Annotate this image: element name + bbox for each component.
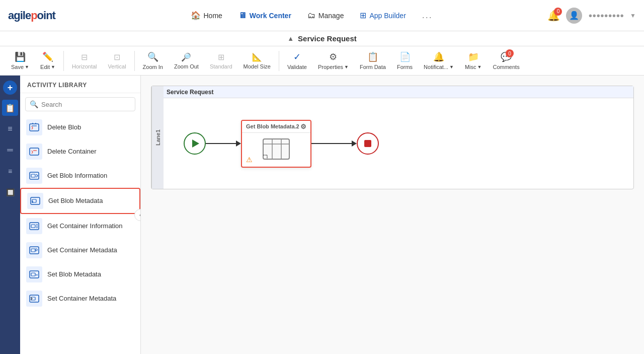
task-node[interactable]: Get Blob Metadata.2 ⚙ xyxy=(241,120,311,168)
get-container-metadata-label: Get Container Metadata xyxy=(47,246,117,255)
vertical-button[interactable]: ⊡ Vertical xyxy=(103,50,131,72)
nav-home[interactable]: 🏠 Home xyxy=(184,7,229,24)
lane-title-bar: Service Request xyxy=(151,86,633,98)
save-button[interactable]: 💾 Save ▼ xyxy=(6,49,34,72)
save-chevron-icon: ▼ xyxy=(25,64,29,69)
notifications-button[interactable]: 🔔 Notificat... ▼ xyxy=(419,49,459,72)
set-container-metadata-label: Set Container Metadata xyxy=(47,295,116,303)
forms-button[interactable]: 📄 Forms xyxy=(392,49,418,72)
lane-content: Get Blob Metadata.2 ⚙ xyxy=(164,98,633,189)
start-node[interactable] xyxy=(184,132,206,155)
form-data-button[interactable]: 📋 Form Data xyxy=(355,49,391,72)
nav-manage[interactable]: 🗂 Manage xyxy=(300,7,351,24)
get-blob-info-label: Get Blob Information xyxy=(47,172,107,180)
get-blob-metadata-icon xyxy=(27,193,43,209)
plus-icon: + xyxy=(8,83,13,93)
arrow-1 xyxy=(236,140,241,147)
zoom-out-icon: 🔎 xyxy=(181,52,191,62)
set-container-metadata-icon xyxy=(26,291,42,307)
validate-icon: ✓ xyxy=(293,51,301,62)
list-item[interactable]: Set Container Metadata xyxy=(20,287,140,311)
zoom-in-button[interactable]: 🔍 Zoom In xyxy=(138,49,168,72)
nav-menu: 🏠 Home 🖥 Work Center 🗂 Manage ⊞ App Buil… xyxy=(75,6,548,25)
nav-right: 🔔 0 👤 ●●●●●●●●● ▼ xyxy=(547,8,636,24)
table-icon-btn[interactable]: ═ xyxy=(2,142,18,158)
task-warning-icon: ⚠ xyxy=(246,156,253,164)
list-item[interactable]: Delete Blob xyxy=(20,115,140,139)
collapse-up-icon[interactable]: ▲ xyxy=(287,35,294,42)
library-icon-btn[interactable]: 📋 xyxy=(2,100,18,116)
misc-chevron-icon: ▼ xyxy=(477,64,482,69)
get-container-info-label: Get Container Information xyxy=(47,222,123,231)
get-container-info-icon xyxy=(26,218,42,234)
validate-button[interactable]: ✓ Validate xyxy=(282,49,312,72)
delete-container-icon xyxy=(26,144,42,160)
arrow-2 xyxy=(352,140,357,147)
nav-workcenter[interactable]: 🖥 Work Center xyxy=(231,7,298,24)
zoom-out-button[interactable]: 🔎 Zoom Out xyxy=(169,50,204,72)
horizontal-button[interactable]: ⊟ Horizontal xyxy=(67,50,102,72)
activity-list: Delete Blob Delete Container xyxy=(20,115,140,354)
play-icon xyxy=(192,139,199,148)
logo[interactable]: agilepoint xyxy=(8,9,55,22)
username: ●●●●●●●●● xyxy=(588,12,624,19)
list-item[interactable]: Set Blob Metadata xyxy=(20,262,140,287)
task-gear-icon[interactable]: ⚙ xyxy=(300,123,306,130)
bell-badge: 0 xyxy=(554,8,562,16)
top-nav: agilepoint 🏠 Home 🖥 Work Center 🗂 Manage… xyxy=(0,0,644,31)
square-icon-btn[interactable]: 🔲 xyxy=(2,184,18,200)
activity-library-title: ACTIVITY LIBRARY xyxy=(20,76,140,93)
connector-1 xyxy=(206,140,241,147)
list-item[interactable]: Get Blob Metadata xyxy=(20,188,140,214)
set-blob-metadata-label: Set Blob Metadata xyxy=(47,270,101,279)
edit-button[interactable]: ✏️ Edit ▼ xyxy=(35,49,60,72)
service-title: Service Request xyxy=(298,34,357,43)
process-title: Service Request xyxy=(167,89,213,96)
avatar-icon: 👤 xyxy=(569,11,579,20)
form-data-icon: 📋 xyxy=(367,51,378,62)
list-item[interactable]: Delete Container xyxy=(20,139,140,164)
main-layout: + 📋 ≡ ═ ≡ 🔲 ACTIVITY LIBRARY 🔍 xyxy=(0,76,644,354)
set-blob-metadata-icon xyxy=(26,266,42,282)
list-icon-btn[interactable]: ≡ xyxy=(2,121,18,137)
line-2 xyxy=(311,143,352,144)
get-container-metadata-icon xyxy=(26,242,42,258)
standard-icon: ⊞ xyxy=(218,52,224,62)
task-header: Get Blob Metadata.2 ⚙ xyxy=(242,121,310,133)
square-icon: 🔲 xyxy=(6,188,15,196)
svg-rect-0 xyxy=(30,124,39,131)
save-icon: 💾 xyxy=(15,51,26,62)
list-item[interactable]: Get Blob Information xyxy=(20,164,140,188)
canvas-area[interactable]: Service Request Lane1 xyxy=(141,76,644,354)
edit-chevron-icon: ▼ xyxy=(51,64,55,69)
standard-button[interactable]: ⊞ Standard xyxy=(205,50,237,72)
model-size-icon: 📐 xyxy=(252,52,262,62)
model-size-button[interactable]: 📐 Model Size xyxy=(238,50,276,72)
table-icon: ═ xyxy=(7,146,13,155)
user-chevron-icon[interactable]: ▼ xyxy=(630,12,636,19)
lines-icon-btn[interactable]: ≡ xyxy=(2,163,18,179)
add-activity-button[interactable]: + xyxy=(3,81,17,95)
line-1 xyxy=(206,143,236,144)
left-icon-strip: + 📋 ≡ ═ ≡ 🔲 xyxy=(0,76,20,354)
toolbar-divider-2 xyxy=(134,51,135,71)
toolbar-divider-3 xyxy=(279,51,279,71)
nav-more[interactable]: ... xyxy=(415,6,440,25)
misc-icon: 📁 xyxy=(468,51,479,62)
activity-panel: ACTIVITY LIBRARY 🔍 xyxy=(20,76,140,354)
end-node[interactable] xyxy=(357,132,379,155)
list-item[interactable]: Get Container Information xyxy=(20,214,140,238)
nav-appbuilder[interactable]: ⊞ App Builder xyxy=(353,7,413,24)
delete-blob-label: Delete Blob xyxy=(47,123,81,132)
notif-chevron-icon: ▼ xyxy=(449,64,454,69)
search-input[interactable] xyxy=(41,101,131,108)
misc-button[interactable]: 📁 Misc ▼ xyxy=(460,49,487,72)
vertical-icon: ⊡ xyxy=(114,52,120,62)
properties-button[interactable]: ⚙ Properties ▼ xyxy=(313,49,354,72)
list-item[interactable]: Get Container Metadata xyxy=(20,238,140,262)
user-avatar[interactable]: 👤 xyxy=(566,8,582,24)
delete-container-label: Delete Container xyxy=(47,148,97,156)
notifications-bell[interactable]: 🔔 0 xyxy=(547,10,560,22)
comments-button[interactable]: 💬 0 Comments xyxy=(488,49,524,72)
left-panel: + 📋 ≡ ═ ≡ 🔲 ACTIVITY LIBRARY 🔍 xyxy=(0,76,141,354)
